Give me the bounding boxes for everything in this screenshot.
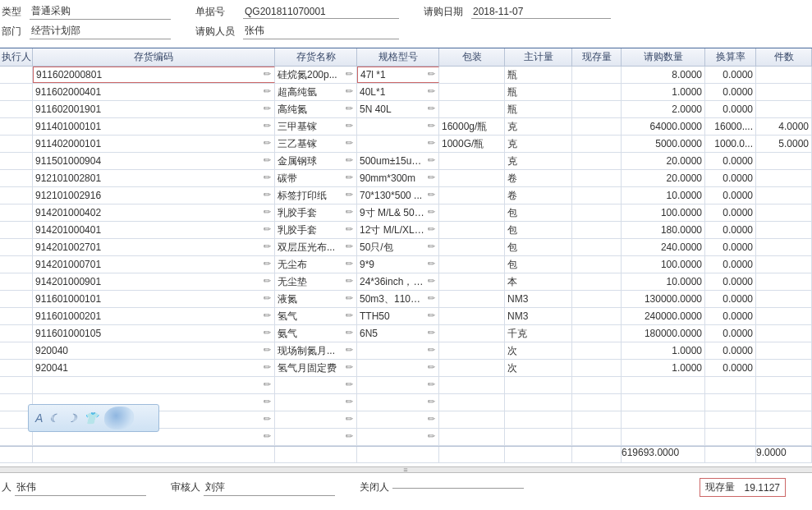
cell[interactable]: ✎ (275, 394, 357, 411)
cell[interactable] (622, 411, 705, 428)
table-row[interactable]: 911402000101✎三乙基镓✎✎1000G/瓶克5000.00001000… (0, 136, 812, 153)
cell[interactable]: 包 (505, 222, 572, 238)
cell[interactable]: 0.0000 (705, 170, 756, 186)
cell[interactable]: 千克 (505, 325, 572, 342)
cell[interactable]: 0.0000 (705, 291, 756, 307)
cell[interactable]: 4.0000 (756, 118, 812, 135)
lookup-icon[interactable]: ✎ (342, 430, 356, 444)
col-qty[interactable]: 请购数量 (622, 48, 705, 66)
cell[interactable] (505, 429, 572, 445)
cell[interactable] (572, 256, 622, 273)
cell[interactable]: 无尘布✎ (275, 256, 357, 273)
cell[interactable] (572, 325, 622, 342)
cell[interactable] (505, 377, 572, 393)
cell[interactable]: 911601000201✎ (33, 308, 275, 324)
cell[interactable] (705, 394, 756, 411)
cell[interactable]: 130000.0000 (622, 291, 705, 307)
cell[interactable] (439, 101, 505, 117)
cell[interactable]: 180000.0000 (622, 325, 705, 342)
cell[interactable]: 1.0000 (622, 84, 705, 100)
cell[interactable]: 920040✎ (33, 342, 275, 359)
cell[interactable] (756, 67, 812, 83)
cell[interactable]: 912101002916✎ (33, 187, 275, 204)
cell[interactable]: ✎ (357, 342, 439, 359)
cell[interactable] (0, 101, 33, 117)
cell[interactable] (756, 187, 812, 204)
cell[interactable] (0, 360, 33, 376)
cell[interactable]: 克 (505, 153, 572, 169)
cell[interactable]: NM3 (505, 291, 572, 307)
cell[interactable]: 0.0000 (705, 256, 756, 273)
cell[interactable]: 9寸 M/L& 50pc...✎ (357, 204, 439, 221)
cell[interactable] (756, 170, 812, 186)
cell[interactable]: 40L*1✎ (357, 84, 439, 100)
cell[interactable] (572, 170, 622, 186)
cell[interactable]: 5N 40L✎ (357, 101, 439, 117)
cell[interactable]: 12寸 M/L/XL&...✎ (357, 222, 439, 238)
cell[interactable]: 本 (505, 273, 572, 290)
cell[interactable]: 70*130*500 ...✎ (357, 187, 439, 204)
cell[interactable]: 0.0000 (705, 273, 756, 290)
cell[interactable] (0, 153, 33, 169)
cell[interactable]: 1000G/瓶 (439, 136, 505, 152)
cell[interactable]: ✎ (33, 377, 275, 393)
cell[interactable]: 911601000105✎ (33, 325, 275, 342)
cell[interactable] (439, 377, 505, 393)
cell[interactable]: 瓶 (505, 84, 572, 100)
cell[interactable]: 5000.0000 (622, 136, 705, 152)
cell[interactable]: 16000g/瓶 (439, 118, 505, 135)
cell[interactable] (572, 360, 622, 376)
cell[interactable] (0, 187, 33, 204)
cell[interactable] (622, 377, 705, 393)
cell[interactable]: 914201000401✎ (33, 222, 275, 238)
cell[interactable] (572, 429, 622, 445)
cell[interactable] (572, 411, 622, 428)
lookup-icon[interactable]: ✎ (424, 430, 438, 444)
cell[interactable] (756, 342, 812, 359)
cell[interactable] (756, 204, 812, 221)
cell[interactable]: 克 (505, 136, 572, 152)
table-row[interactable]: 914201000701✎无尘布✎9*9✎包100.00000.0000 (0, 256, 812, 273)
cell[interactable]: 乳胶手套✎ (275, 204, 357, 221)
cell[interactable] (756, 273, 812, 290)
table-row[interactable]: 920040✎现场制氮月...✎✎次1.00000.0000 (0, 342, 812, 360)
cell[interactable] (756, 429, 812, 445)
cell[interactable] (0, 342, 33, 359)
cell[interactable] (0, 84, 33, 100)
cell[interactable]: 20.0000 (622, 153, 705, 169)
cell[interactable]: ✎ (357, 377, 439, 393)
cell[interactable] (439, 84, 505, 100)
cell[interactable] (756, 377, 812, 393)
doc-field[interactable]: QG201811070001 (243, 5, 399, 19)
cell[interactable]: ✎ (357, 394, 439, 411)
cell[interactable]: 金属钢球✎ (275, 153, 357, 169)
cell[interactable] (439, 342, 505, 359)
cell[interactable]: 50m3、110m3...✎ (357, 291, 439, 307)
cell[interactable]: 6N5✎ (357, 325, 439, 342)
auditor-field[interactable]: 刘萍 (204, 480, 335, 496)
col-spec[interactable]: 规格型号 (357, 48, 439, 66)
col-exec[interactable]: 执行人 (0, 48, 33, 66)
cell[interactable] (756, 256, 812, 273)
cell[interactable] (572, 187, 622, 204)
cell[interactable]: 高纯氮✎ (275, 101, 357, 117)
cell[interactable]: 三乙基镓✎ (275, 136, 357, 152)
cell[interactable] (439, 273, 505, 290)
cell[interactable]: 920041✎ (33, 360, 275, 376)
cell[interactable]: 包 (505, 204, 572, 221)
cell[interactable] (0, 256, 33, 273)
cell[interactable]: 0.0000 (705, 239, 756, 255)
splitter[interactable]: ≡ (0, 466, 812, 473)
cell[interactable] (572, 377, 622, 393)
cell[interactable]: 10.0000 (622, 187, 705, 204)
cell[interactable] (0, 222, 33, 238)
cell[interactable]: ✎ (357, 411, 439, 428)
cell[interactable]: 100.0000 (622, 204, 705, 221)
cell[interactable]: 包 (505, 256, 572, 273)
lookup-icon[interactable]: ✎ (424, 120, 438, 134)
cell[interactable] (439, 67, 505, 83)
cell[interactable]: 克 (505, 118, 572, 135)
cell[interactable] (439, 204, 505, 221)
cell[interactable]: 10.0000 (622, 273, 705, 290)
cell[interactable]: 1000.0... (705, 136, 756, 152)
